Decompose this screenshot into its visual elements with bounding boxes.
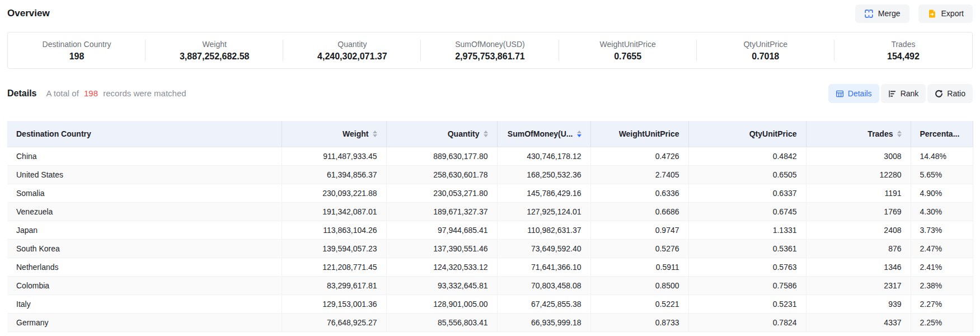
- cell-weight: 911,487,933.45: [282, 147, 386, 165]
- record-count: 198: [81, 88, 101, 98]
- cell-percentage: 2.25%: [911, 313, 973, 332]
- export-button[interactable]: Export: [918, 4, 973, 23]
- table-row: Japan113,863,104.2697,944,685.41110,982,…: [7, 221, 973, 239]
- table-row: Venezuela191,342,087.01189,671,327.37127…: [7, 202, 973, 221]
- cell-sum_of_money: 145,786,429.16: [497, 184, 590, 202]
- cell-weight_unit_price: 0.5911: [590, 258, 688, 276]
- table-row: United States61,394,856.37258,630,601.78…: [7, 165, 973, 184]
- merge-icon: [864, 9, 874, 18]
- cell-quantity: 230,053,271.80: [386, 184, 497, 202]
- cell-trades: 12280: [806, 165, 911, 184]
- view-button-details[interactable]: Details: [828, 84, 879, 103]
- sort-icon: [484, 130, 488, 137]
- cell-sum_of_money: 66,935,999.18: [497, 313, 590, 332]
- details-heading: Details A total of 198 records were matc…: [7, 88, 186, 99]
- column-label: QtyUnitPrice: [749, 129, 797, 138]
- view-button-label: Rank: [901, 89, 919, 98]
- sort-caret-up: [577, 130, 582, 133]
- overview-stats-card: Destination Country198Weight3,887,252,68…: [7, 32, 973, 69]
- cell-percentage: 2.41%: [911, 258, 973, 276]
- cell-quantity: 889,630,177.80: [386, 147, 497, 165]
- cell-weight: 83,299,617.81: [282, 276, 386, 295]
- cell-quantity: 189,671,327.37: [386, 202, 497, 221]
- merge-button-label: Merge: [878, 9, 901, 18]
- cell-percentage: 14.48%: [911, 147, 973, 165]
- cell-weight: 139,594,057.23: [282, 239, 386, 258]
- stat-quantity: Quantity4,240,302,071.37: [283, 32, 421, 68]
- cell-percentage: 5.65%: [911, 165, 973, 184]
- table-header-row: Destination CountryWeightQuantitySumOfMo…: [7, 121, 973, 147]
- summary-suffix: records were matched: [103, 88, 186, 98]
- column-label: SumOfMoney(U...: [508, 129, 573, 138]
- cell-percentage: 2.27%: [911, 295, 973, 313]
- table-row: Somalia230,093,221.88230,053,271.80145,7…: [7, 184, 973, 202]
- cell-country: South Korea: [7, 239, 282, 258]
- table-row: Netherlands121,208,771.45124,320,533.127…: [7, 258, 973, 276]
- cell-weight: 121,208,771.45: [282, 258, 386, 276]
- cell-sum_of_money: 71,641,366.10: [497, 258, 590, 276]
- cell-weight: 113,863,104.26: [282, 221, 386, 239]
- sort-caret-down: [897, 134, 902, 137]
- stat-value: 198: [69, 52, 85, 62]
- cell-weight_unit_price: 0.5221: [590, 295, 688, 313]
- stat-label: Destination Country: [43, 40, 111, 49]
- cell-quantity: 124,320,533.12: [386, 258, 497, 276]
- merge-button[interactable]: Merge: [855, 4, 909, 23]
- sort-icon: [577, 130, 582, 137]
- stat-weightunitprice: WeightUnitPrice0.7655: [559, 32, 697, 68]
- cell-trades: 1769: [806, 202, 911, 221]
- cell-qty_unit_price: 1.1331: [688, 221, 806, 239]
- cell-trades: 1191: [806, 184, 911, 202]
- table-row: China911,487,933.45889,630,177.80430,746…: [7, 147, 973, 165]
- details-bar: Details A total of 198 records were matc…: [7, 83, 973, 104]
- cell-qty_unit_price: 0.5763: [688, 258, 806, 276]
- cell-sum_of_money: 168,250,532.36: [497, 165, 590, 184]
- column-header-quantity[interactable]: Quantity: [386, 121, 497, 147]
- column-header-sum_of_money[interactable]: SumOfMoney(U...: [497, 121, 590, 147]
- stat-label: QtyUnitPrice: [743, 40, 787, 49]
- view-button-rank[interactable]: Rank: [881, 84, 926, 103]
- cell-qty_unit_price: 0.5231: [688, 295, 806, 313]
- cell-weight: 61,394,856.37: [282, 165, 386, 184]
- column-label: Weight: [343, 129, 368, 138]
- cell-percentage: 4.90%: [911, 184, 973, 202]
- table-header: Destination CountryWeightQuantitySumOfMo…: [7, 121, 973, 147]
- cell-country: Italy: [7, 295, 282, 313]
- stat-value: 2,975,753,861.71: [455, 52, 525, 62]
- column-label: Destination Country: [16, 129, 91, 138]
- table-grid-icon: [836, 90, 844, 98]
- column-header-trades[interactable]: Trades: [806, 121, 911, 147]
- cell-country: Colombia: [7, 276, 282, 295]
- view-switcher: DetailsRankRatio: [828, 84, 973, 103]
- cell-trades: 2408: [806, 221, 911, 239]
- cell-country: Netherlands: [7, 258, 282, 276]
- column-header-weight[interactable]: Weight: [282, 121, 386, 147]
- cell-country: United States: [7, 165, 282, 184]
- topbar-actions: Merge Export: [855, 4, 973, 23]
- cell-trades: 876: [806, 239, 911, 258]
- details-title: Details: [7, 88, 36, 99]
- cell-country: Somalia: [7, 184, 282, 202]
- table-row: Italy129,153,001.36128,901,005.0067,425,…: [7, 295, 973, 313]
- view-button-label: Ratio: [947, 89, 965, 98]
- column-label: Percenta...: [920, 129, 960, 138]
- view-button-ratio[interactable]: Ratio: [927, 84, 973, 103]
- stat-label: WeightUnitPrice: [600, 40, 656, 49]
- column-header-country: Destination Country: [7, 121, 282, 147]
- stat-value: 0.7018: [752, 52, 779, 62]
- stat-value: 4,240,302,071.37: [317, 52, 387, 62]
- stat-sumofmoney-usd-: SumOfMoney(USD)2,975,753,861.71: [421, 32, 559, 68]
- cell-sum_of_money: 73,649,592.40: [497, 239, 590, 258]
- stat-label: Trades: [891, 40, 915, 49]
- cell-qty_unit_price: 0.6745: [688, 202, 806, 221]
- cell-weight_unit_price: 0.6336: [590, 184, 688, 202]
- stat-label: SumOfMoney(USD): [455, 40, 524, 49]
- sort-caret-up: [373, 130, 377, 133]
- cell-trades: 2317: [806, 276, 911, 295]
- cell-weight: 191,342,087.01: [282, 202, 386, 221]
- page-title: Overview: [7, 8, 50, 19]
- cell-quantity: 85,556,803.41: [386, 313, 497, 332]
- cell-qty_unit_price: 0.6337: [688, 184, 806, 202]
- sort-icon: [373, 130, 377, 137]
- cell-trades: 1346: [806, 258, 911, 276]
